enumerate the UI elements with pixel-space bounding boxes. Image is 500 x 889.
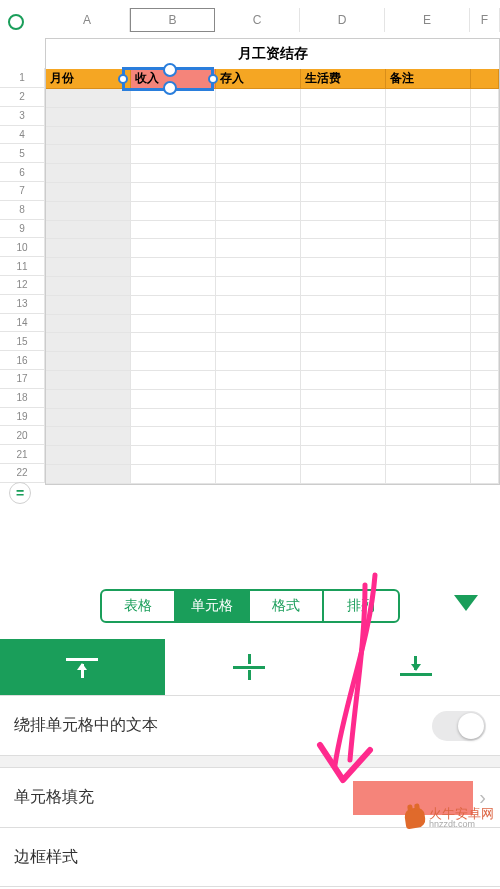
cell[interactable]	[46, 164, 131, 183]
row-21[interactable]: 21	[0, 445, 45, 464]
align-top-button[interactable]	[0, 639, 167, 695]
row-10[interactable]: 10	[0, 238, 45, 257]
table-row[interactable]	[46, 277, 499, 296]
tab-arrange[interactable]: 排列	[324, 591, 398, 621]
cell[interactable]	[46, 239, 131, 258]
cell[interactable]	[216, 202, 301, 221]
row-16[interactable]: 16	[0, 351, 45, 370]
cell[interactable]	[46, 446, 131, 465]
cell[interactable]	[131, 183, 216, 202]
cell[interactable]	[386, 409, 471, 428]
cell[interactable]	[216, 333, 301, 352]
cell[interactable]	[131, 427, 216, 446]
cell[interactable]	[131, 221, 216, 240]
table-row[interactable]	[46, 315, 499, 334]
cell[interactable]	[301, 145, 386, 164]
row-2[interactable]: 2	[0, 88, 45, 107]
cell[interactable]	[131, 277, 216, 296]
table-row[interactable]	[46, 202, 499, 221]
cell[interactable]	[471, 371, 499, 390]
table-row[interactable]	[46, 164, 499, 183]
cell[interactable]	[131, 202, 216, 221]
sheet-title[interactable]: 月工资结存	[46, 39, 499, 69]
cell[interactable]	[131, 465, 216, 484]
table-row[interactable]	[46, 427, 499, 446]
row-5[interactable]: 5	[0, 144, 45, 163]
row-15[interactable]: 15	[0, 332, 45, 351]
col-D[interactable]: D	[300, 8, 385, 32]
cell[interactable]	[216, 390, 301, 409]
row-18[interactable]: 18	[0, 389, 45, 408]
cell[interactable]	[301, 446, 386, 465]
cell[interactable]	[301, 371, 386, 390]
cell[interactable]	[471, 427, 499, 446]
cell[interactable]	[46, 465, 131, 484]
cell[interactable]	[471, 333, 499, 352]
tab-format[interactable]: 格式	[250, 591, 324, 621]
cell[interactable]	[471, 145, 499, 164]
row-14[interactable]: 14	[0, 314, 45, 333]
cell[interactable]	[386, 89, 471, 108]
cell[interactable]	[46, 371, 131, 390]
cell[interactable]	[471, 258, 499, 277]
cell[interactable]	[386, 296, 471, 315]
cell[interactable]	[216, 427, 301, 446]
cell[interactable]	[301, 202, 386, 221]
cell[interactable]	[46, 277, 131, 296]
col-E[interactable]: E	[385, 8, 470, 32]
cell[interactable]	[301, 221, 386, 240]
align-middle-button[interactable]	[167, 639, 334, 695]
cell[interactable]	[471, 202, 499, 221]
table-row[interactable]	[46, 465, 499, 484]
cell[interactable]	[216, 315, 301, 334]
cell[interactable]	[301, 352, 386, 371]
row-13[interactable]: 13	[0, 295, 45, 314]
cell[interactable]	[386, 145, 471, 164]
cell[interactable]	[131, 409, 216, 428]
table-row[interactable]	[46, 333, 499, 352]
cell[interactable]	[386, 258, 471, 277]
row-7[interactable]: 7	[0, 182, 45, 201]
cell[interactable]	[46, 427, 131, 446]
cell[interactable]	[301, 333, 386, 352]
cell[interactable]	[386, 108, 471, 127]
cell[interactable]	[386, 371, 471, 390]
cell[interactable]	[216, 277, 301, 296]
cell[interactable]	[386, 183, 471, 202]
cell[interactable]	[386, 315, 471, 334]
cell[interactable]	[301, 108, 386, 127]
cell[interactable]	[471, 277, 499, 296]
border-style-row[interactable]: 边框样式	[0, 827, 500, 887]
cell[interactable]	[216, 108, 301, 127]
cell[interactable]	[46, 183, 131, 202]
cell[interactable]	[386, 465, 471, 484]
col-A[interactable]: A	[45, 8, 130, 32]
cell[interactable]	[131, 390, 216, 409]
cell[interactable]	[46, 108, 131, 127]
tab-cell[interactable]: 单元格	[176, 591, 250, 621]
cell[interactable]	[301, 390, 386, 409]
cell[interactable]	[471, 390, 499, 409]
cell[interactable]	[216, 239, 301, 258]
cell[interactable]	[216, 183, 301, 202]
table-row[interactable]	[46, 446, 499, 465]
cell[interactable]	[216, 145, 301, 164]
cell[interactable]	[216, 164, 301, 183]
row-1[interactable]: 1	[0, 68, 45, 88]
header-living[interactable]: 生活费	[301, 69, 386, 89]
cell[interactable]	[46, 145, 131, 164]
cell[interactable]	[386, 333, 471, 352]
cell[interactable]	[301, 409, 386, 428]
wrap-text-toggle[interactable]	[432, 711, 486, 741]
cell[interactable]	[301, 239, 386, 258]
cell[interactable]	[386, 202, 471, 221]
col-F[interactable]: F	[470, 8, 500, 32]
cell[interactable]	[301, 164, 386, 183]
cell[interactable]	[131, 315, 216, 334]
table-row[interactable]	[46, 371, 499, 390]
cell[interactable]	[131, 296, 216, 315]
cell[interactable]	[471, 446, 499, 465]
cell[interactable]	[301, 465, 386, 484]
align-bottom-button[interactable]	[333, 639, 500, 695]
cell[interactable]	[386, 427, 471, 446]
